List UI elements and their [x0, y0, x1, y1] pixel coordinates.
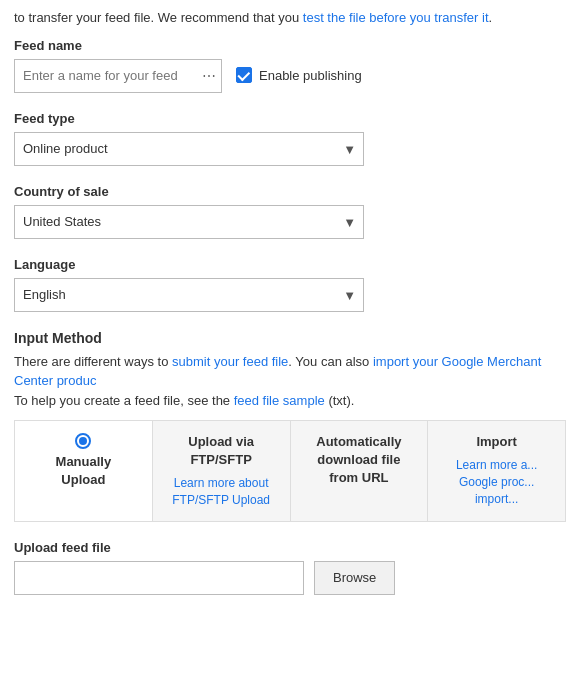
feed-type-select[interactable]: Online product Local product Local produ…	[14, 132, 364, 166]
import-learn-more-link[interactable]: Learn more a...Google proc...import...	[438, 457, 555, 507]
upload-feed-file-label: Upload feed file	[14, 540, 566, 555]
feed-type-label: Feed type	[14, 111, 566, 126]
country-of-sale-select[interactable]: United States United Kingdom Canada Aust…	[14, 205, 364, 239]
import-title: Import	[438, 433, 555, 451]
feed-file-sample-link[interactable]: feed file sample	[234, 393, 325, 408]
input-method-title: Input Method	[14, 330, 566, 346]
input-icon: ⋯	[202, 68, 216, 84]
enable-publishing-label: Enable publishing	[259, 68, 362, 83]
feed-name-label: Feed name	[14, 38, 222, 53]
ftp-upload-title: Upload viaFTP/SFTP	[163, 433, 280, 469]
manual-upload-title: ManuallyUpload	[25, 453, 142, 489]
method-card-ftp[interactable]: Upload viaFTP/SFTP Learn more aboutFTP/S…	[153, 421, 291, 521]
language-select[interactable]: English French Spanish German	[14, 278, 364, 312]
test-link[interactable]: test the file before you transfer it	[303, 10, 489, 25]
browse-button[interactable]: Browse	[314, 561, 395, 595]
submit-feed-link[interactable]: submit your feed file	[172, 354, 288, 369]
method-card-url[interactable]: Automaticallydownload filefrom URL	[291, 421, 429, 521]
ftp-learn-more-link[interactable]: Learn more aboutFTP/SFTP Upload	[163, 475, 280, 509]
upload-file-input[interactable]	[14, 561, 304, 595]
input-method-cards: ManuallyUpload Upload viaFTP/SFTP Learn …	[14, 420, 566, 522]
top-notice: to transfer your feed file. We recommend…	[14, 0, 566, 38]
url-download-title: Automaticallydownload filefrom URL	[301, 433, 418, 488]
method-card-manual[interactable]: ManuallyUpload	[15, 421, 153, 521]
country-of-sale-label: Country of sale	[14, 184, 566, 199]
feed-name-input[interactable]	[14, 59, 222, 93]
manual-radio-button[interactable]	[75, 433, 91, 449]
language-label: Language	[14, 257, 566, 272]
input-method-description: There are different ways to submit your …	[14, 352, 566, 411]
method-card-import[interactable]: Import Learn more a...Google proc...impo…	[428, 421, 565, 521]
enable-publishing-checkbox[interactable]	[236, 67, 252, 83]
